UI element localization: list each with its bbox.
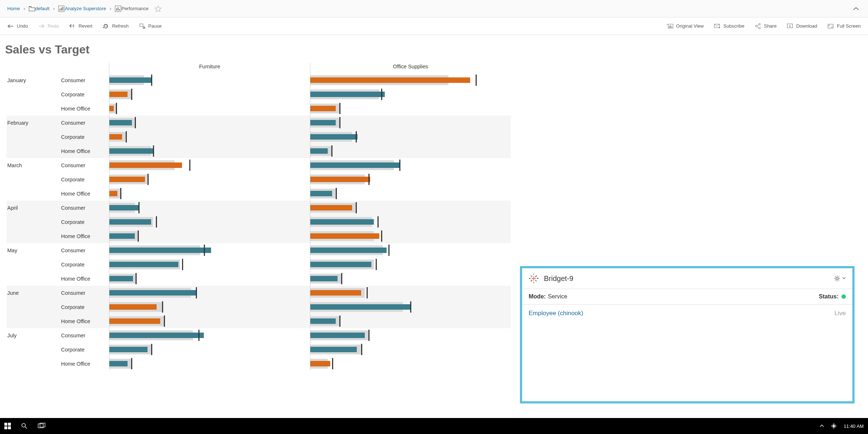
bar-row[interactable] [310, 286, 511, 300]
tray-bridge-icon[interactable] [831, 423, 837, 429]
redo-button[interactable]: Redo [38, 23, 59, 29]
bridge-datasource-link[interactable]: Employee (chinook) [529, 310, 583, 317]
reference-tick [381, 89, 382, 100]
bar-row[interactable] [310, 130, 511, 144]
actual-bar [109, 276, 133, 281]
bar-row[interactable] [310, 314, 511, 328]
bar-row[interactable] [109, 286, 310, 300]
reference-tick [120, 188, 121, 199]
breadcrumb-project[interactable]: default [35, 6, 49, 11]
favorite-star-icon[interactable] [154, 5, 162, 12]
download-icon [787, 23, 793, 29]
svg-rect-11 [143, 26, 144, 28]
bar-row[interactable] [310, 243, 511, 257]
bar-row[interactable] [310, 87, 511, 101]
revert-icon [69, 23, 76, 29]
bridge-settings-button[interactable] [833, 275, 846, 282]
svg-rect-12 [144, 26, 145, 28]
pause-button[interactable]: Pause [139, 23, 162, 29]
bar-row[interactable] [310, 172, 511, 186]
reference-tick [164, 316, 165, 327]
reference-tick [131, 358, 132, 369]
original-view-icon: * [667, 23, 673, 29]
bar-row[interactable] [310, 144, 511, 158]
undo-button[interactable]: Undo [7, 23, 28, 29]
search-icon[interactable] [21, 423, 28, 429]
actual-bar [109, 77, 151, 83]
reference-tick [410, 301, 411, 313]
bar-row[interactable] [310, 158, 511, 172]
bar-row[interactable] [109, 272, 310, 286]
refresh-button[interactable]: Refresh [102, 23, 129, 29]
actual-bar [109, 148, 153, 154]
bar-row[interactable] [310, 116, 511, 130]
reference-tick [331, 145, 332, 157]
bridge-mode-label: Mode: [529, 293, 546, 300]
windows-start-icon[interactable] [4, 423, 11, 429]
bar-row[interactable] [109, 73, 310, 87]
bar-row[interactable] [109, 243, 310, 257]
bar-row[interactable] [109, 186, 310, 201]
label-row: Corporate [7, 342, 109, 357]
bar-row[interactable] [310, 186, 511, 201]
bar-row[interactable] [109, 172, 310, 186]
fullscreen-button[interactable]: Full Screen [827, 23, 861, 29]
bar-row[interactable] [109, 300, 310, 314]
svg-rect-16 [670, 25, 671, 28]
download-button[interactable]: Download [787, 23, 817, 29]
original-view-button[interactable]: * Original View [667, 23, 704, 29]
reference-tick [368, 330, 370, 341]
bar-row[interactable] [310, 101, 511, 116]
actual-bar [109, 134, 122, 140]
bar-row[interactable] [109, 357, 310, 371]
bar-row[interactable] [109, 101, 310, 116]
bar-row[interactable] [109, 144, 310, 158]
chart-column: Furniture [109, 63, 310, 371]
svg-point-22 [759, 27, 760, 29]
reference-tick [116, 103, 117, 114]
segment-label: Home Office [60, 148, 109, 154]
reference-tick [356, 131, 357, 142]
bar-row[interactable] [310, 357, 511, 371]
bar-row[interactable] [310, 342, 511, 357]
label-row: FebruaryConsumer [7, 116, 109, 130]
collapse-chevron-icon[interactable] [851, 5, 861, 12]
bar-row[interactable] [310, 73, 511, 87]
bar-row[interactable] [109, 229, 310, 243]
subscribe-button[interactable]: + Subscribe [714, 23, 744, 29]
bar-row[interactable] [310, 215, 511, 229]
actual-bar [310, 290, 361, 296]
bar-row[interactable] [310, 229, 511, 243]
bar-row[interactable] [109, 257, 310, 272]
bar-row[interactable] [109, 158, 310, 172]
actual-bar [109, 120, 132, 125]
breadcrumb-workbook[interactable]: Analyze Superstore [65, 6, 106, 11]
share-button[interactable]: Share [755, 23, 777, 29]
bar-row[interactable] [310, 300, 511, 314]
bar-row[interactable] [310, 328, 511, 342]
bridge-status-row: Mode: Service Status: [522, 289, 852, 305]
reference-tick [336, 188, 337, 199]
reference-tick [198, 330, 199, 341]
bar-row[interactable] [310, 201, 511, 215]
taskbar-clock[interactable]: 11:40 AM [844, 423, 864, 429]
bar-row[interactable] [109, 87, 310, 101]
revert-button[interactable]: Revert [69, 23, 92, 29]
actual-bar [310, 262, 371, 267]
tray-chevron-icon[interactable] [820, 424, 824, 428]
breadcrumb-home[interactable]: Home [7, 6, 20, 11]
segment-label: Consumer [60, 120, 109, 126]
bar-row[interactable] [109, 314, 310, 328]
segment-label: Corporate [60, 134, 109, 140]
bar-row[interactable] [109, 328, 310, 342]
refresh-icon [102, 23, 109, 29]
bar-row[interactable] [109, 130, 310, 144]
bar-row[interactable] [109, 201, 310, 215]
bar-row[interactable] [109, 342, 310, 357]
actual-bar [109, 262, 178, 267]
task-view-icon[interactable] [38, 423, 46, 429]
bar-row[interactable] [310, 272, 511, 286]
bar-row[interactable] [109, 215, 310, 229]
bar-row[interactable] [310, 257, 511, 272]
bar-row[interactable] [109, 116, 310, 130]
